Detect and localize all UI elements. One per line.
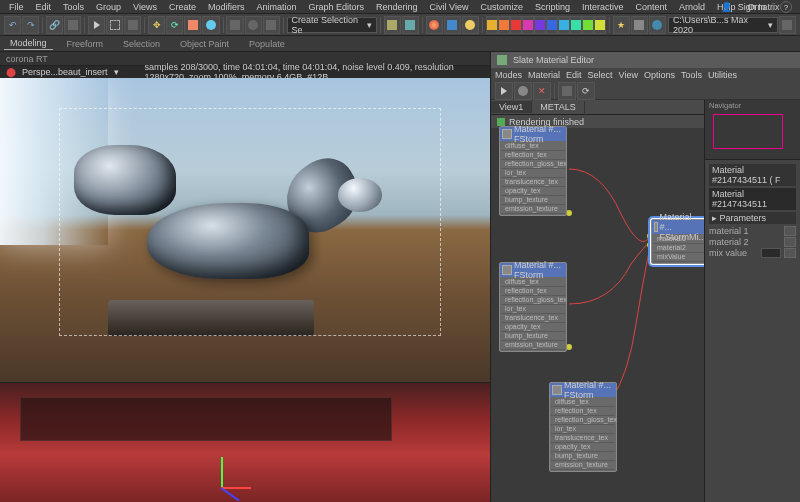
- menu-file[interactable]: File: [4, 1, 29, 13]
- param-slot-button[interactable]: [784, 237, 796, 247]
- select-by-name-button[interactable]: [124, 16, 141, 34]
- node-slot[interactable]: diffuse_tex: [501, 278, 565, 287]
- color-swatch[interactable]: [510, 16, 522, 34]
- node-slot[interactable]: reflection_tex: [501, 287, 565, 296]
- slate-menu-utilities[interactable]: Utilities: [708, 70, 737, 80]
- param-slot-button[interactable]: [784, 226, 796, 236]
- node-slot[interactable]: reflection_gloss_tex: [501, 160, 565, 169]
- node-slot[interactable]: reflection_gloss_tex: [501, 296, 565, 305]
- selection-set-dropdown[interactable]: Create Selection Se▾: [287, 17, 377, 33]
- signin-link[interactable]: Sign In: [738, 2, 766, 12]
- color-swatch[interactable]: [534, 16, 546, 34]
- slate-menu-select[interactable]: Select: [588, 70, 613, 80]
- node-slot[interactable]: diffuse_tex: [551, 398, 615, 407]
- help-icon[interactable]: ?: [780, 1, 792, 13]
- slate-title-bar[interactable]: Slate Material Editor: [491, 52, 800, 68]
- menu-edit[interactable]: Edit: [31, 1, 57, 13]
- menu-group[interactable]: Group: [91, 1, 126, 13]
- placement-button[interactable]: [202, 16, 219, 34]
- slate-assign-button[interactable]: [514, 82, 532, 100]
- gizmo-y-axis[interactable]: [221, 457, 223, 487]
- param-slot-button[interactable]: [784, 248, 796, 258]
- node-slot[interactable]: opacity_tex: [501, 187, 565, 196]
- node-slot[interactable]: material2: [653, 244, 704, 253]
- angle-snap-toggle[interactable]: [245, 16, 262, 34]
- scale-button[interactable]: [184, 16, 201, 34]
- node-header[interactable]: Material #...FStormMi...: [652, 220, 704, 234]
- menu-civilview[interactable]: Civil View: [425, 1, 474, 13]
- undo-button[interactable]: ↶: [4, 16, 21, 34]
- mirror-button[interactable]: [384, 16, 401, 34]
- node-slot[interactable]: opacity_tex: [551, 443, 615, 452]
- slate-layout-button[interactable]: [558, 82, 576, 100]
- menu-scripting[interactable]: Scripting: [530, 1, 575, 13]
- menu-customize[interactable]: Customize: [475, 1, 528, 13]
- navigator-viewport[interactable]: [713, 114, 783, 149]
- material-node-2[interactable]: Material #...FStorm diffuse_texreflectio…: [499, 262, 567, 352]
- render-setup-button[interactable]: [444, 16, 461, 34]
- menu-rendering[interactable]: Rendering: [371, 1, 423, 13]
- slate-canvas[interactable]: Material #...FStorm diffuse_texreflectio…: [491, 114, 704, 488]
- select-button[interactable]: [88, 16, 105, 34]
- material-editor-button[interactable]: [426, 16, 443, 34]
- align-button[interactable]: [402, 16, 419, 34]
- unlink-button[interactable]: [64, 16, 81, 34]
- ribbon-tab-modeling[interactable]: Modeling: [4, 37, 53, 50]
- ribbon-tab-populate[interactable]: Populate: [243, 38, 291, 50]
- node-slot[interactable]: emission_texture: [501, 341, 565, 350]
- color-swatch[interactable]: [486, 16, 498, 34]
- node-slot[interactable]: bump_texture: [551, 452, 615, 461]
- slate-menu-edit[interactable]: Edit: [566, 70, 582, 80]
- rotate-button[interactable]: ⟳: [166, 16, 183, 34]
- node-slot[interactable]: emission_texture: [551, 461, 615, 470]
- node-header[interactable]: Material #...FStorm: [500, 127, 566, 141]
- material-name-header[interactable]: Material #2147434511 ( F: [709, 164, 796, 186]
- menu-arnold[interactable]: Arnold: [674, 1, 710, 13]
- perspective-viewport[interactable]: [0, 382, 490, 502]
- slate-menu-material[interactable]: Material: [528, 70, 560, 80]
- param-value-field[interactable]: [761, 248, 781, 258]
- color-swatch[interactable]: [498, 16, 510, 34]
- slate-refresh-button[interactable]: ⟳: [577, 82, 595, 100]
- ribbon-tab-freeform[interactable]: Freeform: [61, 38, 110, 50]
- node-slot[interactable]: reflection_tex: [551, 407, 615, 416]
- material-mix-node[interactable]: Material #...FStormMi... material1 mater…: [651, 219, 704, 264]
- node-header[interactable]: Material #...FStorm: [550, 383, 616, 397]
- node-header[interactable]: Material #...FStorm: [500, 263, 566, 277]
- node-slot[interactable]: opacity_tex: [501, 323, 565, 332]
- slate-menu-modes[interactable]: Modes: [495, 70, 522, 80]
- material-sub-header[interactable]: Material #2147434511: [709, 188, 796, 210]
- redo-button[interactable]: ↷: [22, 16, 39, 34]
- ribbon-tab-objectpaint[interactable]: Object Paint: [174, 38, 235, 50]
- menu-create[interactable]: Create: [164, 1, 201, 13]
- menu-views[interactable]: Views: [128, 1, 162, 13]
- select-region-button[interactable]: [106, 16, 123, 34]
- tool-b[interactable]: [631, 16, 648, 34]
- slate-menu-options[interactable]: Options: [644, 70, 675, 80]
- node-slot[interactable]: reflection_gloss_tex: [551, 416, 615, 425]
- slate-menu-view[interactable]: View: [619, 70, 638, 80]
- color-swatch[interactable]: [594, 16, 606, 34]
- menu-content[interactable]: Content: [630, 1, 672, 13]
- node-slot[interactable]: material1: [653, 235, 704, 244]
- render-viewport[interactable]: [0, 78, 490, 382]
- node-slot[interactable]: translucence_tex: [501, 178, 565, 187]
- menu-modifiers[interactable]: Modifiers: [203, 1, 250, 13]
- material-node-1[interactable]: Material #...FStorm diffuse_texreflectio…: [499, 126, 567, 216]
- percent-snap-toggle[interactable]: [263, 16, 280, 34]
- workspace-button[interactable]: [779, 16, 796, 34]
- node-slot[interactable]: emission_texture: [501, 205, 565, 214]
- node-slot[interactable]: ior_tex: [551, 425, 615, 434]
- gizmo-z-axis[interactable]: [220, 487, 239, 501]
- node-slot[interactable]: mixValue: [653, 253, 704, 262]
- color-swatch[interactable]: [570, 16, 582, 34]
- snap-toggle[interactable]: [226, 16, 243, 34]
- node-slot[interactable]: translucence_tex: [501, 314, 565, 323]
- link-button[interactable]: 🔗: [46, 16, 63, 34]
- slate-menu-tools[interactable]: Tools: [681, 70, 702, 80]
- render-button[interactable]: [462, 16, 479, 34]
- parameters-section[interactable]: ▸ Parameters: [709, 212, 796, 224]
- tool-a[interactable]: ★: [613, 16, 630, 34]
- slate-delete-button[interactable]: ✕: [533, 82, 551, 100]
- node-slot[interactable]: bump_texture: [501, 332, 565, 341]
